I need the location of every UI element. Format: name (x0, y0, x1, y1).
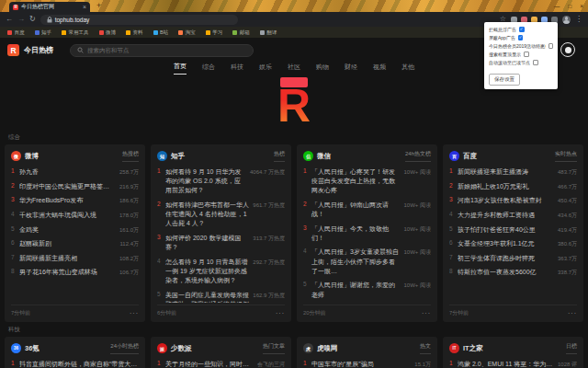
list-type-badge[interactable]: 热榜 (274, 150, 285, 162)
item-rank: 5 (11, 225, 19, 232)
list-item[interactable]: 2 新娘婚礼上收10万元彩礼 466.7万 (449, 182, 577, 191)
site-logo[interactable]: R (7, 44, 19, 56)
tab-close-icon[interactable]: × (83, 4, 86, 10)
nav-item[interactable]: 财经 (345, 63, 357, 75)
tab-title: 今日热榜官网 (21, 3, 80, 11)
bookmark-item[interactable]: 百度 (7, 29, 25, 36)
nav-item[interactable]: 科技 (231, 63, 243, 75)
list-item[interactable]: 5 美国一自闭症儿童发病母亲报警求助，警察到场后将其摁倒在地… 162.9 万热… (157, 291, 285, 303)
source-name[interactable]: IT之家 (463, 344, 483, 353)
list-type-badge[interactable]: 24小时热榜 (110, 342, 139, 354)
hero-logo-letter: R (277, 85, 311, 127)
url-box[interactable]: tophub.today (40, 15, 238, 25)
list-type-badge[interactable]: 热文 (420, 342, 431, 354)
list-item[interactable]: 5 金鸡奖 161.0万 (11, 225, 139, 235)
list-item[interactable]: 1 孙九香 258.7万 (11, 167, 139, 177)
bookmark-item[interactable]: 知乎 (35, 29, 52, 36)
reload-icon[interactable]: ↻ (29, 16, 36, 23)
list-item[interactable]: 6 赵丽颖新剧 112.4万 (11, 239, 139, 248)
window-minimize-button[interactable]: — (554, 3, 560, 9)
forward-icon[interactable]: → (17, 16, 25, 23)
source-name[interactable]: 微信 (317, 152, 331, 161)
list-item[interactable]: 3 「人民日报」今天，致敬他们！ 10W+ 阅读 (303, 224, 431, 243)
list-item[interactable]: 4 大力提升乡村教师工资待遇 434.6万 (449, 211, 577, 220)
source-name[interactable]: 虎嗅网 (317, 344, 338, 353)
browser-tab[interactable]: R 今日热榜官网 × (9, 2, 90, 12)
list-item[interactable]: 4 千枚非洲大蜗牛玩偶闯入境 178.0万 (11, 211, 139, 220)
list-type-badge[interactable]: 热搜榜 (122, 150, 139, 162)
list-item[interactable]: 1 中国车市的“星辰”骗局 15.1万 (303, 360, 431, 368)
bookmark-item[interactable]: 翻译 (260, 29, 277, 36)
save-settings-button[interactable]: 保存设置 (489, 74, 520, 86)
list-item[interactable]: 2 印度对中国公民实施更严格签证规定 216.9万 (11, 182, 139, 191)
new-tab-button[interactable]: + (96, 1, 101, 10)
nav-item[interactable]: 娱乐 (259, 63, 272, 75)
list-item[interactable]: 8 男子花16年将荒山变成林场 106.7万 (11, 268, 139, 277)
list-type-badge[interactable]: 实时热点 (555, 150, 577, 162)
menu-kebab-icon[interactable]: ⋮ (575, 16, 582, 23)
list-item[interactable]: 8 特斯拉市值一夜蒸发5600亿 338.7万 (449, 268, 577, 277)
nav-item[interactable]: 购物 (316, 63, 329, 75)
list-item[interactable]: 5 「人民日报」谢谢您，亲爱的老师 10W+ 阅读 (303, 281, 431, 299)
source-name[interactable]: 百度 (463, 152, 477, 161)
search-input[interactable] (87, 47, 246, 53)
list-item[interactable]: 4 怎么看待 9 月 10 日青岛新增一例 19 岁无症状新冠肺炎感染者，系境外… (157, 258, 285, 285)
more-icon[interactable]: ··· (276, 312, 285, 316)
popup-option-checkbox[interactable] (524, 52, 529, 57)
more-icon[interactable]: ··· (130, 312, 139, 316)
list-item[interactable]: 4 「人民日报」3岁女童凌晨独自上街，陌生小伙停下脚步多看了一眼… 10W+ 阅… (303, 247, 431, 275)
list-item[interactable]: 5 孩子怕打针爸爸狂奔40公里 419.4万 (449, 225, 577, 235)
popup-option-checkbox[interactable]: ✓ (519, 27, 525, 32)
bookmark-item[interactable]: 淘宝 (178, 29, 196, 36)
bookmark-item[interactable]: 邮箱 (232, 29, 250, 36)
search-box[interactable] (70, 44, 254, 57)
list-type-badge[interactable]: 24h热文榜 (405, 150, 431, 162)
list-item[interactable]: 7 新闻联播新主播亮相 108.2万 (11, 254, 139, 263)
list-item[interactable]: 1 关于月经的一些知识，同时写给男孩和女孩 会飞的三河 (157, 360, 285, 368)
popup-option-checkbox[interactable] (533, 60, 538, 65)
more-icon[interactable]: ··· (568, 312, 577, 316)
list-item[interactable]: 3 如何评价 2020 数学建模国赛？ 313.7 万热度 (157, 234, 285, 252)
nav-item[interactable]: 社区 (288, 63, 300, 75)
list-item[interactable]: 1 「人民日报」心疼哭了！研发疫苗白头发变白上热搜，无数网友心疼 10W+ 阅读 (303, 167, 431, 195)
popup-option-checkbox[interactable]: ✓ (518, 35, 524, 40)
window-maximize-button[interactable]: □ (568, 3, 571, 9)
card-rows: 1 如何看待 9 月 10 日华为发布的鸿蒙 OS 2.0 系统，应用前景如何？… (157, 167, 285, 303)
list-item[interactable]: 2 「人民日报」钟南山两次请战！ 10W+ 阅读 (303, 201, 431, 219)
nav-item[interactable]: 综合 (202, 63, 215, 75)
list-item[interactable]: 1 新闻联播迎来新主播潘涛 483.7万 (449, 167, 577, 177)
list-item[interactable]: 1 抖音直播间切断外链，商家自称“带货大师”｜反光镜 (11, 360, 139, 368)
bookmark-item[interactable]: 微博 (99, 29, 117, 36)
item-value: 380.6万 (558, 239, 577, 248)
list-item[interactable]: 1 如何看待 9 月 10 日华为发布的鸿蒙 OS 2.0 系统，应用前景如何？… (157, 167, 285, 195)
list-item[interactable]: 3 河南13岁女孩任教私塾被查封 450.4万 (449, 196, 577, 205)
window-close-button[interactable]: × (580, 3, 583, 9)
more-icon[interactable]: ··· (422, 312, 431, 316)
back-icon[interactable]: ← (6, 16, 13, 23)
nav-item[interactable]: 首页 (174, 62, 187, 75)
nav-item[interactable]: 其他 (401, 63, 414, 75)
list-item[interactable]: 7 初三学生体育课跑步时猝死 363.7万 (449, 254, 577, 263)
source-name[interactable]: 少数派 (171, 344, 192, 353)
source-name[interactable]: 微博 (25, 152, 39, 161)
list-type-badge[interactable]: 热门文章 (263, 342, 285, 354)
bookmark-item[interactable]: B站 (153, 29, 169, 36)
list-type-badge[interactable]: 日榜 (566, 342, 577, 354)
item-rank: 4 (449, 211, 458, 217)
bookmark-item[interactable]: 常用工具 (62, 29, 89, 36)
bookmark-item[interactable]: 学习 (206, 29, 223, 36)
source-name[interactable]: 知乎 (171, 152, 185, 161)
nav-item[interactable]: 视频 (373, 63, 386, 75)
item-rank: 4 (157, 258, 165, 264)
floating-widget-button[interactable] (560, 42, 575, 57)
popup-option-checkbox[interactable] (548, 43, 554, 49)
bookmark-item[interactable]: 资料 (126, 29, 143, 36)
profile-avatar[interactable] (562, 16, 571, 24)
list-item[interactable]: 1 鸿蒙 2.0、EMUI 11 将至：华为开发者大会 2020 1028 评 (449, 360, 577, 368)
item-title: 赵丽颖新剧 (19, 239, 116, 248)
source-name[interactable]: 36氪 (25, 344, 40, 353)
site-logo-text[interactable]: 今日热榜 (24, 45, 53, 55)
list-item[interactable]: 6 女基金经理3年获利1.1亿元 380.6万 (449, 239, 577, 248)
list-item[interactable]: 2 如何看待津巴布韦首都一华人住宅遭闯入 4 名持枪劫匪，1 人击毙 4 人？ … (157, 201, 285, 228)
list-item[interactable]: 3 华为FreeBudsPro发布 186.6万 (11, 196, 139, 205)
